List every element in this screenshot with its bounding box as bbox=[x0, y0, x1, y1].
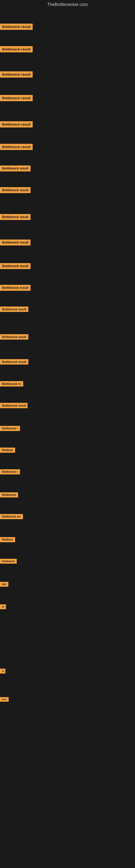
bottleneck-badge: B bbox=[0, 604, 6, 609]
bottleneck-result-item[interactable]: Bottlene bbox=[0, 447, 15, 454]
bottleneck-badge: Bottleneck bbox=[0, 492, 18, 497]
bottleneck-badge: Bottleneck r bbox=[0, 426, 20, 431]
bottleneck-badge: Bottleneck bbox=[0, 559, 17, 564]
bottleneck-badge: Bottleneck result bbox=[0, 71, 33, 78]
bottleneck-result-item[interactable]: Bottleneck result bbox=[0, 285, 31, 292]
bottleneck-badge: Bott bbox=[0, 697, 9, 702]
bottleneck-badge: Bottleneck result bbox=[0, 334, 28, 340]
bottleneck-result-item[interactable]: Bottleneck result bbox=[0, 71, 33, 79]
bottleneck-badge: Bottleneck result bbox=[0, 187, 31, 193]
bottleneck-badge: Bottleneck re bbox=[0, 381, 23, 386]
bottleneck-result-item[interactable]: Bottleneck result bbox=[0, 121, 33, 129]
bottleneck-result-item[interactable]: Bottleneck re bbox=[0, 381, 23, 388]
bottleneck-badge: Bottleneck result bbox=[0, 359, 28, 365]
bottleneck-badge: Bottleneck result bbox=[0, 165, 31, 172]
bottleneck-result-item[interactable]: Bottleneck result bbox=[0, 95, 33, 102]
bottleneck-badge: Bottlene bbox=[0, 447, 15, 453]
bottleneck-result-item[interactable]: Bottleneck result bbox=[0, 144, 33, 151]
bottleneck-badge: Bottlene bbox=[0, 537, 15, 542]
bottleneck-result-item[interactable]: Bottleneck bbox=[0, 559, 17, 565]
bottleneck-badge: Bottleneck res bbox=[0, 514, 23, 519]
bottleneck-result-item[interactable]: Bottleneck r bbox=[0, 469, 20, 475]
bottleneck-badge: Bottleneck result bbox=[0, 240, 31, 246]
bottleneck-result-item[interactable]: Bottleneck result bbox=[0, 214, 31, 221]
bottleneck-badge: Bottleneck result bbox=[0, 121, 33, 127]
bottleneck-result-item[interactable]: Bottleneck result bbox=[0, 240, 31, 247]
bottleneck-result-item[interactable]: Bottleneck r bbox=[0, 426, 20, 432]
bottleneck-badge: Bottleneck result bbox=[0, 214, 31, 220]
bottleneck-badge: Bot bbox=[0, 582, 8, 587]
bottleneck-result-item[interactable]: Bottleneck bbox=[0, 492, 18, 499]
bottleneck-result-item[interactable]: Bott bbox=[0, 697, 9, 703]
bottleneck-badge: Bottleneck result bbox=[0, 24, 33, 30]
bottleneck-result-item[interactable]: B bbox=[0, 604, 6, 610]
bottleneck-badge: Bottleneck result bbox=[0, 307, 28, 312]
bottleneck-badge: Bottleneck result bbox=[0, 46, 33, 52]
bottleneck-result-item[interactable]: Bottleneck result bbox=[0, 46, 33, 54]
bottleneck-result-item[interactable]: Bottleneck result bbox=[0, 187, 31, 194]
bottleneck-result-item[interactable]: Bottleneck result bbox=[0, 307, 28, 313]
site-title: TheBottlenecker.com bbox=[0, 0, 135, 8]
bottleneck-result-item[interactable]: Bottleneck result bbox=[0, 359, 28, 366]
bottleneck-badge: Bottleneck result bbox=[0, 285, 31, 291]
bottleneck-badge: Bottleneck result bbox=[0, 403, 28, 408]
bottleneck-result-item[interactable]: B bbox=[0, 669, 5, 675]
bottleneck-result-item[interactable]: Bottleneck res bbox=[0, 514, 23, 520]
bottleneck-result-item[interactable]: Bottlene bbox=[0, 537, 15, 543]
bottleneck-badge: Bottleneck result bbox=[0, 263, 31, 269]
bottleneck-result-item[interactable]: Bottleneck result bbox=[0, 24, 33, 31]
bottleneck-badge: Bottleneck r bbox=[0, 469, 20, 474]
bottleneck-result-item[interactable]: Bottleneck result bbox=[0, 403, 28, 409]
bottleneck-badge: Bottleneck result bbox=[0, 95, 33, 101]
bottleneck-badge: B bbox=[0, 669, 5, 674]
bottleneck-result-item[interactable]: Bottleneck result bbox=[0, 334, 28, 341]
bottleneck-result-item[interactable]: Bottleneck result bbox=[0, 165, 31, 173]
bottleneck-result-item[interactable]: Bottleneck result bbox=[0, 263, 31, 270]
bottleneck-badge: Bottleneck result bbox=[0, 144, 33, 150]
bottleneck-result-item[interactable]: Bot bbox=[0, 582, 8, 588]
